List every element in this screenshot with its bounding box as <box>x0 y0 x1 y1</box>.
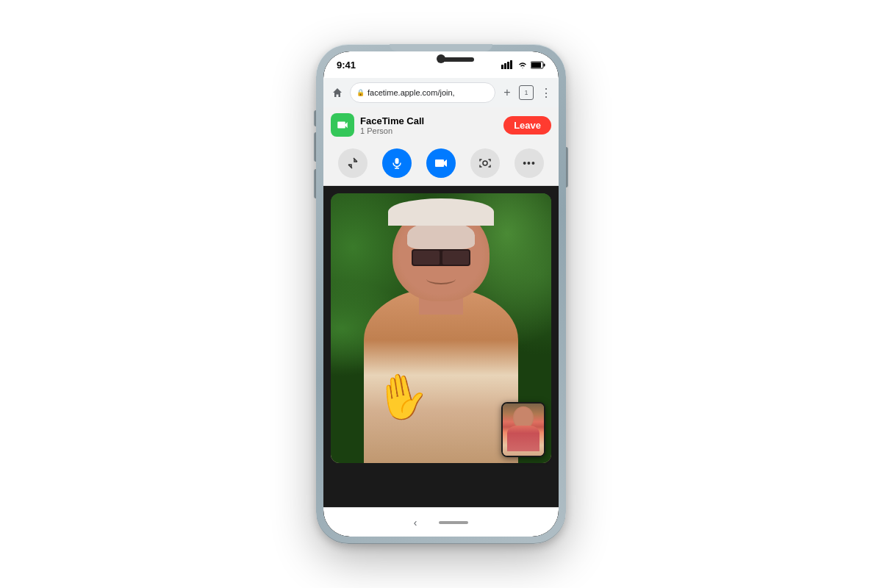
tab-count: 1 <box>524 89 528 96</box>
facetime-app-icon <box>331 113 354 137</box>
svg-rect-0 <box>501 65 503 69</box>
video-camera-icon <box>336 118 349 132</box>
lock-icon: 🔒 <box>356 89 365 96</box>
more-options-button[interactable]: ⋮ <box>538 86 553 100</box>
wifi-icon <box>517 61 528 69</box>
signal-icon <box>501 60 514 69</box>
camera-toggle-button[interactable] <box>426 148 456 178</box>
svg-rect-2 <box>507 62 509 69</box>
svg-rect-3 <box>510 60 512 69</box>
facetime-call-participants: 1 Person <box>360 126 424 135</box>
screenshot-button[interactable] <box>470 148 500 178</box>
home-button[interactable] <box>329 85 345 101</box>
url-text: facetime.apple.com/join, <box>368 88 489 97</box>
more-options-ctrl-button[interactable]: ••• <box>514 148 544 178</box>
person-hair <box>388 198 494 226</box>
facetime-notification-bar: FaceTime Call 1 Person Leave <box>323 107 559 143</box>
facetime-info: FaceTime Call 1 Person <box>331 113 424 137</box>
leave-call-button[interactable]: Leave <box>503 116 551 135</box>
self-view-thumbnail <box>501 402 545 457</box>
svg-rect-5 <box>531 62 541 68</box>
facetime-call-info: FaceTime Call 1 Person <box>360 115 424 135</box>
svg-rect-6 <box>544 63 545 66</box>
url-bar[interactable]: 🔒 facetime.apple.com/join, <box>350 82 495 103</box>
phone-shell: 9:41 <box>316 44 566 544</box>
svg-rect-1 <box>504 63 506 69</box>
mic-icon <box>391 157 403 169</box>
minimize-button[interactable] <box>338 148 368 178</box>
status-time: 9:41 <box>337 60 356 71</box>
waving-hand: ✋ <box>370 366 434 427</box>
address-bar: 🔒 facetime.apple.com/join, + 1 ⋮ <box>323 78 559 107</box>
camera-icon <box>434 158 448 168</box>
svg-rect-7 <box>395 158 399 164</box>
tab-switcher-button[interactable]: 1 <box>519 85 534 100</box>
call-controls-bar: ••• <box>323 143 559 186</box>
phone-device: 9:41 <box>316 44 566 544</box>
phone-top-bar <box>390 44 492 51</box>
facetime-call-title: FaceTime Call <box>360 115 424 126</box>
screenshot-icon <box>479 157 491 169</box>
home-indicator[interactable] <box>439 521 468 524</box>
more-dots-icon: ••• <box>523 157 536 169</box>
microphone-button[interactable] <box>382 148 412 178</box>
phone-bezel: 9:41 <box>323 51 559 537</box>
status-icons <box>501 60 545 69</box>
svg-point-10 <box>483 161 487 165</box>
battery-icon <box>531 61 545 69</box>
new-tab-button[interactable]: + <box>500 86 514 99</box>
earpiece-speaker <box>437 57 474 62</box>
phone-screen: 9:41 <box>323 51 559 537</box>
bottom-nav-bar: ‹ <box>323 507 559 537</box>
back-button[interactable]: ‹ <box>414 517 417 528</box>
video-area: ✋ <box>323 186 559 507</box>
